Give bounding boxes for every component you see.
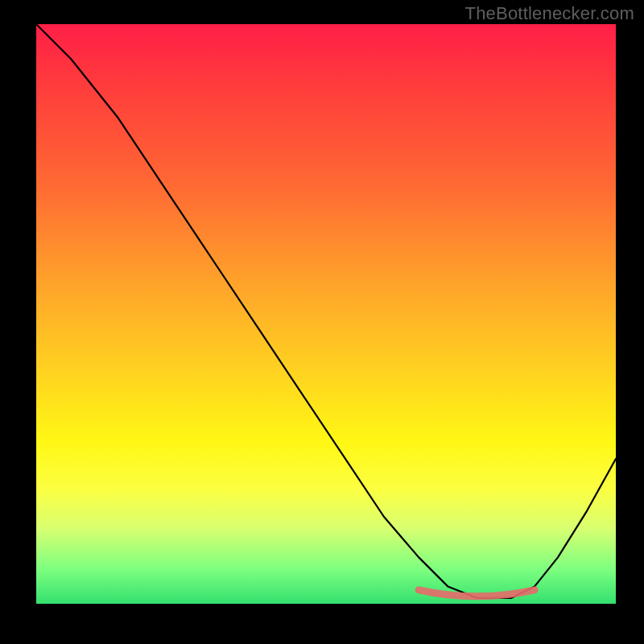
chart-frame: TheBottlenecker.com xyxy=(0,0,644,644)
watermark-text: TheBottlenecker.com xyxy=(465,3,634,24)
chart-overlay-svg xyxy=(36,24,616,604)
bottleneck-curve-line xyxy=(36,24,616,598)
optimal-zone-band xyxy=(419,590,535,597)
